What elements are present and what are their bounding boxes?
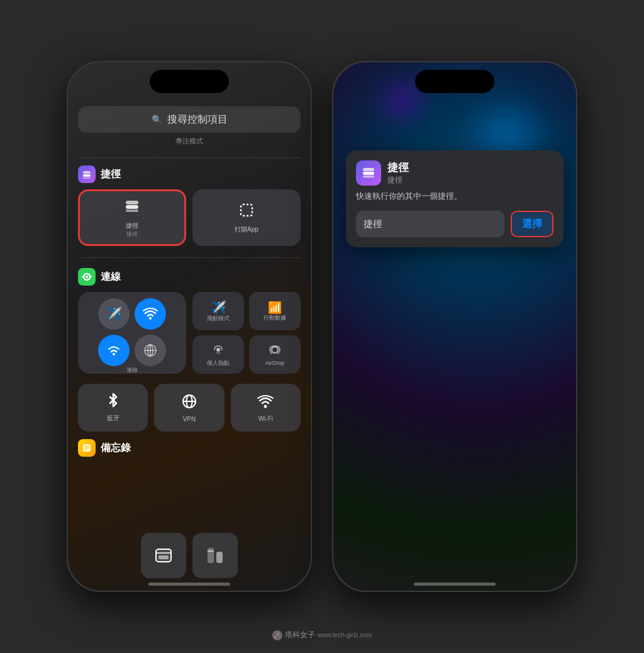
vpn-icon bbox=[181, 393, 197, 414]
svg-rect-4 bbox=[126, 201, 138, 204]
vpn-label: VPN bbox=[183, 416, 196, 423]
scene: 🔍 搜尋控制項目 專注模式 bbox=[0, 0, 644, 653]
open-app-label: 打開App bbox=[235, 225, 258, 234]
shortcuts-icon bbox=[78, 165, 96, 183]
popup-icon bbox=[356, 160, 381, 186]
cellular-icon: 📶 bbox=[268, 301, 282, 315]
popup-description: 快速執行你的其中一個捷徑。 bbox=[356, 191, 553, 202]
search-icon: 🔍 bbox=[152, 114, 162, 125]
airplane-sub-label: 飛航模式 bbox=[207, 315, 230, 322]
popup-action-row: 捷徑 選擇 bbox=[356, 211, 553, 237]
hotspot-btn[interactable]: 個人熱點 bbox=[192, 335, 244, 374]
hotspot-label: 個人熱點 bbox=[207, 360, 230, 367]
connectivity-section-title: 連線 bbox=[101, 271, 121, 284]
airdrop-icon bbox=[268, 343, 282, 360]
svg-rect-1 bbox=[83, 171, 91, 174]
svg-point-19 bbox=[272, 347, 278, 353]
svg-rect-33 bbox=[208, 550, 214, 552]
phone-right: 捷徑 捷徑 快速執行你的其中一個捷徑。 捷徑 選擇 bbox=[332, 61, 577, 592]
watermark-icon: 🚀 bbox=[272, 630, 282, 640]
control-center-content: 🔍 搜尋控制項目 專注模式 bbox=[78, 106, 301, 578]
phone-left: 🔍 搜尋控制項目 專注模式 bbox=[67, 61, 312, 592]
shortcut-main-sublabel: 捷徑 bbox=[126, 230, 138, 238]
screen-left: 🔍 搜尋控制項目 專注模式 bbox=[68, 62, 311, 591]
open-app-tile[interactable]: 打開App bbox=[192, 189, 301, 246]
airplane-btn[interactable]: ✈️ bbox=[98, 298, 130, 330]
phone1-background: 🔍 搜尋控制項目 專注模式 bbox=[68, 62, 311, 591]
bluetooth-tile[interactable]: 藍牙 bbox=[78, 384, 148, 432]
notes-section-title: 備忘錄 bbox=[101, 442, 131, 455]
conn-cluster-left: ✈️ bbox=[78, 292, 186, 374]
popup-title: 捷徑 bbox=[387, 160, 409, 175]
svg-point-11 bbox=[149, 317, 152, 320]
connectivity-section-header: 連線 bbox=[78, 268, 301, 286]
vpn-tile[interactable]: VPN bbox=[154, 384, 224, 432]
home-indicator-left bbox=[148, 583, 230, 586]
wifi-standalone-tile[interactable]: Wi-Fi bbox=[231, 384, 301, 432]
shortcut-main-label: 捷徑 bbox=[126, 221, 138, 230]
conn-buttons: ✈️ bbox=[98, 298, 166, 366]
airplane-sub-btn[interactable]: ✈️ 飛航模式 bbox=[192, 292, 244, 330]
svg-rect-5 bbox=[126, 209, 138, 212]
popup-select-button[interactable]: 選擇 bbox=[511, 211, 553, 237]
watermark-brand: 塔科女子 bbox=[285, 630, 315, 640]
svg-rect-35 bbox=[363, 168, 374, 171]
notes-section-header: 備忘錄 bbox=[78, 439, 301, 457]
airplane-sub-icon: ✈️ bbox=[211, 300, 226, 315]
divider-2 bbox=[78, 257, 301, 258]
watermark-url: www.tech-girlz.com bbox=[318, 632, 372, 639]
popup-select-label: 選擇 bbox=[522, 218, 542, 231]
svg-point-8 bbox=[86, 276, 88, 278]
globe-bt-btn[interactable] bbox=[135, 335, 166, 366]
divider-1 bbox=[78, 157, 301, 158]
svg-point-17 bbox=[216, 348, 220, 352]
svg-point-12 bbox=[113, 353, 115, 355]
popup-title-block: 捷徑 捷徑 bbox=[387, 160, 409, 186]
search-bar-text: 搜尋控制項目 bbox=[167, 113, 228, 126]
svg-rect-3 bbox=[126, 205, 138, 209]
focus-mode-label: 專注模式 bbox=[78, 137, 301, 146]
svg-rect-30 bbox=[158, 555, 169, 559]
open-app-icon bbox=[238, 201, 255, 223]
airdrop-label: AirDrop bbox=[265, 360, 285, 367]
bottom-tiles-row: 藍牙 VPN bbox=[78, 384, 301, 432]
shortcuts-grid: 捷徑 捷徑 打開App bbox=[78, 189, 301, 246]
svg-point-23 bbox=[264, 405, 267, 408]
watermark: 🚀 塔科女子 www.tech-girlz.com bbox=[272, 630, 372, 640]
detail-popup: 捷徑 捷徑 快速執行你的其中一個捷徑。 捷徑 選擇 bbox=[346, 150, 564, 247]
wifi-btn[interactable] bbox=[135, 298, 166, 330]
conn-cluster-right: ✈️ 飛航模式 📶 行動數據 bbox=[192, 292, 301, 374]
shortcuts-section-title: 捷徑 bbox=[101, 168, 121, 181]
airdrop-btn[interactable]: AirDrop bbox=[249, 335, 301, 374]
cc-dock bbox=[78, 533, 301, 578]
cc-search-bar[interactable]: 🔍 搜尋控制項目 bbox=[78, 106, 301, 133]
svg-rect-2 bbox=[83, 177, 91, 179]
popup-input-field[interactable]: 捷徑 bbox=[356, 211, 504, 237]
dock-item-2[interactable] bbox=[192, 533, 238, 578]
connectivity-icon bbox=[78, 268, 96, 286]
svg-rect-0 bbox=[83, 174, 91, 177]
shortcuts-section-header: 捷徑 bbox=[78, 165, 301, 183]
wifi-standalone-icon bbox=[257, 394, 274, 413]
notes-icon bbox=[78, 439, 96, 457]
shortcut-main-icon bbox=[123, 198, 141, 219]
shortcut-main-tile[interactable]: 捷徑 捷徑 bbox=[78, 189, 186, 246]
svg-rect-32 bbox=[216, 552, 223, 563]
wifi-standalone-label: Wi-Fi bbox=[258, 415, 273, 422]
bluetooth-icon bbox=[106, 393, 121, 412]
phone2-background: 捷徑 捷徑 快速執行你的其中一個捷徑。 捷徑 選擇 bbox=[333, 62, 576, 591]
bluetooth-label: 藍牙 bbox=[107, 414, 119, 423]
wifi2-btn[interactable] bbox=[98, 335, 130, 366]
dynamic-island-left bbox=[150, 70, 229, 93]
popup-subtitle: 捷徑 bbox=[387, 175, 409, 186]
screen-right: 捷徑 捷徑 快速執行你的其中一個捷徑。 捷徑 選擇 bbox=[333, 62, 576, 591]
home-indicator-right bbox=[414, 583, 496, 586]
popup-header: 捷徑 捷徑 bbox=[356, 160, 553, 186]
conn-label: 連線 bbox=[126, 366, 138, 374]
popup-input-value: 捷徑 bbox=[364, 218, 382, 230]
dynamic-island-right bbox=[415, 70, 494, 93]
cellular-btn[interactable]: 📶 行動數據 bbox=[249, 292, 301, 330]
connectivity-cluster: ✈️ bbox=[78, 292, 301, 374]
hotspot-icon bbox=[211, 343, 225, 360]
dock-item-1[interactable] bbox=[141, 533, 186, 578]
